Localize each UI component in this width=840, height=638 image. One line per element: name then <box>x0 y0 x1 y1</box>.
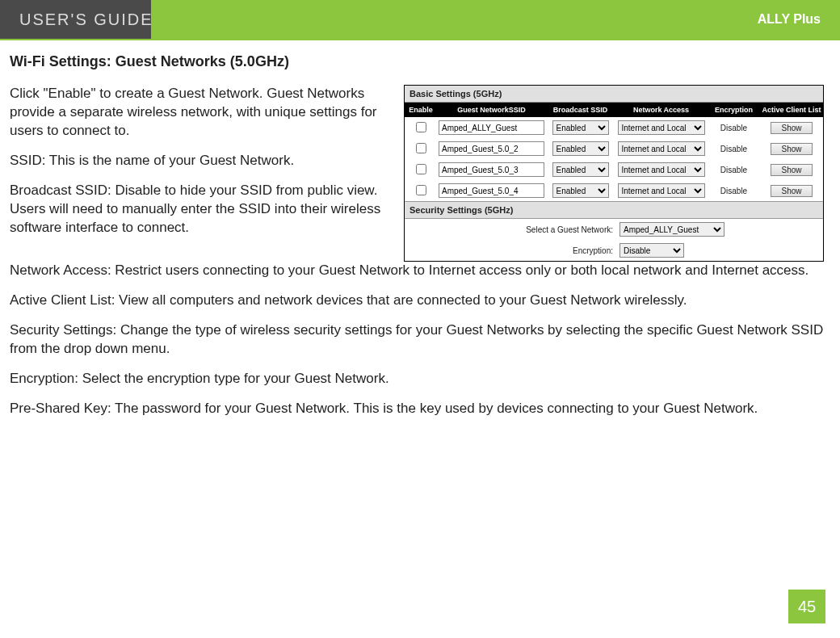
encryption-label: Encryption: <box>410 246 620 255</box>
enable-checkbox[interactable] <box>416 143 426 153</box>
access-select[interactable]: Internet and Local <box>618 183 705 198</box>
header-title: USER'S GUIDE <box>19 10 153 29</box>
table-header: Enable Guest NetworkSSID Broadcast SSID … <box>405 103 823 117</box>
col-access: Network Access <box>615 103 708 117</box>
ssid-input[interactable] <box>439 162 544 177</box>
col-broadcast: Broadcast SSID <box>546 103 615 117</box>
para-psk: Pre-Shared Key: The password for your Gu… <box>10 400 824 418</box>
select-network-label: Select a Guest Network: <box>410 225 620 234</box>
ssid-input[interactable] <box>439 183 544 198</box>
show-button[interactable]: Show <box>771 122 812 134</box>
encryption-value: Disable <box>708 122 760 134</box>
col-enable: Enable <box>405 103 437 117</box>
broadcast-select[interactable]: Enabled <box>552 120 609 135</box>
ssid-input[interactable] <box>439 141 544 156</box>
encryption-select-row: Encryption: Disable <box>405 240 823 261</box>
para-network-access: Network Access: Restrict users connectin… <box>10 262 824 280</box>
doc-header: USER'S GUIDE ALLY Plus <box>0 0 840 39</box>
encryption-value: Disable <box>708 143 760 155</box>
access-select[interactable]: Internet and Local <box>618 162 705 177</box>
col-ssid: Guest NetworkSSID <box>437 103 546 117</box>
settings-panel: Basic Settings (5GHz) Enable Guest Netwo… <box>404 85 824 262</box>
security-select-row: Select a Guest Network: Amped_ALLY_Guest <box>405 219 823 240</box>
table-row: Enabled Internet and Local Disable Show <box>405 117 823 138</box>
broadcast-select[interactable]: Enabled <box>552 141 609 156</box>
encryption-value: Disable <box>708 185 760 197</box>
select-network-dropdown[interactable]: Amped_ALLY_Guest <box>620 222 724 237</box>
ssid-input[interactable] <box>439 120 544 135</box>
broadcast-select[interactable]: Enabled <box>552 162 609 177</box>
enable-checkbox[interactable] <box>416 164 426 174</box>
intro-para-3: Broadcast SSID: Disable to hide your SSI… <box>10 182 391 237</box>
para-encryption: Encryption: Select the encryption type f… <box>10 370 824 388</box>
show-button[interactable]: Show <box>771 143 812 155</box>
intro-para-1: Click "Enable" to create a Guest Network… <box>10 85 391 141</box>
encryption-value: Disable <box>708 164 760 176</box>
intro-para-2: SSID: This is the name of your Guest Net… <box>10 152 391 170</box>
page-number: 45 <box>788 590 825 623</box>
encryption-dropdown[interactable]: Disable <box>620 243 684 258</box>
para-security-settings: Security Settings: Change the type of wi… <box>10 321 824 359</box>
access-select[interactable]: Internet and Local <box>618 120 705 135</box>
broadcast-select[interactable]: Enabled <box>552 183 609 198</box>
show-button[interactable]: Show <box>771 185 812 197</box>
basic-settings-title: Basic Settings (5GHz) <box>405 86 823 103</box>
enable-checkbox[interactable] <box>416 122 426 132</box>
access-select[interactable]: Internet and Local <box>618 141 705 156</box>
page-title: Wi-Fi Settings: Guest Networks (5.0GHz) <box>10 53 824 70</box>
security-settings-title: Security Settings (5GHz) <box>405 201 823 219</box>
header-product: ALLY Plus <box>758 12 821 27</box>
show-button[interactable]: Show <box>771 164 812 176</box>
enable-checkbox[interactable] <box>416 185 426 195</box>
col-active: Active Client List <box>760 103 823 117</box>
table-row: Enabled Internet and Local Disable Show <box>405 138 823 159</box>
table-row: Enabled Internet and Local Disable Show <box>405 180 823 201</box>
col-encryption: Encryption <box>708 103 760 117</box>
table-row: Enabled Internet and Local Disable Show <box>405 159 823 180</box>
para-active-client: Active Client List: View all computers a… <box>10 292 824 310</box>
